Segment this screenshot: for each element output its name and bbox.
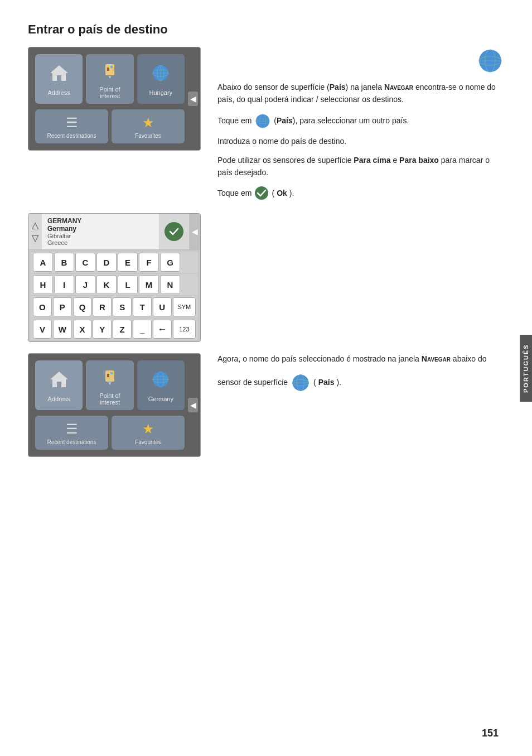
key-J[interactable]: J — [75, 275, 95, 294]
para1: Abaixo do sensor de superfície (País) na… — [217, 81, 504, 105]
key-SYM[interactable]: SYM — [173, 297, 196, 316]
key-I[interactable]: I — [54, 275, 74, 294]
nav-btn-poi-1[interactable]: ▼ Point ofinterest — [86, 54, 133, 104]
nav-btn-favourites-1[interactable]: ★ Favourites — [112, 109, 185, 143]
svg-rect-20 — [105, 370, 114, 382]
kb-row-2: H I J K L M N — [31, 274, 198, 295]
svg-text:▼: ▼ — [108, 75, 112, 80]
recent-label-1: Recent destinations — [47, 133, 96, 139]
kb-ok-btn[interactable] — [165, 222, 183, 241]
nav-btn-country-2[interactable]: Germany — [137, 360, 185, 410]
poi-label-2: Point ofinterest — [99, 392, 120, 406]
recent-label-2: Recent destinations — [47, 439, 96, 445]
country-list: GibraltarGreece — [47, 233, 153, 246]
kb-row-3: O P Q R S T U SYM — [31, 296, 198, 317]
globe-icon-inline-1 — [254, 112, 272, 130]
svg-rect-3 — [110, 66, 113, 68]
key-N[interactable]: N — [160, 275, 180, 294]
para-baixo-bold: Para baixo — [399, 156, 439, 165]
favourites-label-1: Favourites — [135, 133, 161, 139]
nav-scroll-btn-1[interactable]: ◀ — [188, 92, 198, 106]
key-S[interactable]: S — [113, 297, 132, 316]
kb-nav-arrows: △ ▽ — [28, 214, 42, 249]
key-C[interactable]: C — [75, 253, 95, 272]
key-A[interactable]: A — [33, 253, 53, 272]
keyboard-ui: △ ▽ GERMANY Germany GibraltarGreece — [28, 213, 201, 342]
key-U[interactable]: U — [153, 297, 172, 316]
svg-text:▼: ▼ — [108, 381, 112, 386]
right-col-1: Abaixo do sensor de superfície (País) na… — [217, 47, 504, 208]
poi-label-1: Point ofinterest — [99, 86, 120, 99]
svg-marker-0 — [50, 65, 68, 81]
right-col-2: Agora, o nome do país seleccionado é mos… — [217, 353, 504, 400]
nav-ui-1: Address ▼ — [28, 47, 201, 151]
navegar-label-2: Navegar — [422, 354, 451, 363]
key-T[interactable]: T — [133, 297, 152, 316]
kb-row-4: V W X Y Z _ ← 123 — [31, 319, 198, 340]
kb-down-arrow[interactable]: ▽ — [32, 233, 38, 243]
key-V[interactable]: V — [33, 320, 52, 339]
key-L[interactable]: L — [118, 275, 138, 294]
nav-btn-address-2[interactable]: Address — [35, 360, 83, 410]
key-E[interactable]: E — [118, 253, 138, 272]
page-title: Entrar o país de destino — [28, 22, 504, 37]
address-label-2: Address — [47, 396, 70, 402]
key-X[interactable]: X — [73, 320, 92, 339]
navegar-label-1: Navegar — [384, 83, 413, 92]
nav-btn-recent-1[interactable]: ☰ Recent destinations — [35, 109, 108, 143]
ok-bold: Ok — [277, 187, 287, 200]
key-Y[interactable]: Y — [93, 320, 112, 339]
key-G[interactable]: G — [160, 253, 180, 272]
key-W[interactable]: W — [53, 320, 72, 339]
kb-scroll-indicator: ◀ — [192, 227, 198, 236]
nav-btn-recent-2[interactable]: ☰ Recent destinations — [35, 416, 108, 450]
key-Q[interactable]: Q — [73, 297, 92, 316]
nav-ui-2: Address ▼ — [28, 353, 201, 457]
favourites-label-2: Favourites — [135, 439, 161, 445]
key-backspace[interactable]: ← — [153, 320, 172, 339]
nav-btn-poi-2[interactable]: ▼ Point ofinterest — [86, 360, 133, 410]
kb-display-area: GERMANY Germany GibraltarGreece — [42, 214, 159, 249]
para-cima-bold: Para cima — [354, 156, 390, 165]
key-R[interactable]: R — [93, 297, 112, 316]
svg-rect-1 — [105, 64, 114, 75]
globe-icon-inline-2 — [290, 372, 311, 393]
key-D[interactable]: D — [96, 253, 117, 272]
key-B[interactable]: B — [54, 253, 74, 272]
kb-row-1: A B C D E F G — [31, 252, 198, 273]
key-H[interactable]: H — [33, 275, 53, 294]
pais-bold-1: País — [330, 83, 346, 92]
key-P[interactable]: P — [53, 297, 72, 316]
para6: Agora, o nome do país seleccionado é mos… — [217, 353, 504, 365]
nav-btn-address-1[interactable]: Address — [35, 54, 83, 104]
kb-up-arrow[interactable]: △ — [32, 220, 38, 230]
country-sub: Germany — [47, 225, 153, 233]
country-label-2: Germany — [148, 396, 173, 402]
svg-rect-2 — [107, 68, 109, 71]
svg-point-18 — [255, 186, 268, 200]
country-main: GERMANY — [47, 217, 153, 225]
key-K[interactable]: K — [96, 275, 117, 294]
nav-btn-favourites-2[interactable]: ★ Favourites — [112, 416, 185, 450]
key-123[interactable]: 123 — [173, 320, 196, 339]
country-label-1: Hungary — [149, 89, 173, 96]
language-label: PORTUGUÊS — [520, 335, 532, 402]
key-M[interactable]: M — [139, 275, 159, 294]
para3: Introduza o nome do país de destino. — [217, 136, 504, 148]
nav-btn-country-1[interactable]: Hungary — [137, 54, 185, 104]
address-label-1: Address — [47, 89, 70, 96]
key-F[interactable]: F — [139, 253, 159, 272]
svg-rect-22 — [110, 372, 113, 374]
para4: Pode utilizar os sensores de superfície … — [217, 155, 504, 179]
pais-bold-3: País — [318, 377, 335, 389]
nav-scroll-btn-2[interactable]: ◀ — [188, 398, 198, 412]
para2: Toque em (País), para seleccionar um out… — [217, 112, 409, 130]
key-underscore[interactable]: _ — [133, 320, 152, 339]
key-Z[interactable]: Z — [113, 320, 132, 339]
ok-icon-inline — [254, 185, 269, 201]
key-O[interactable]: O — [33, 297, 52, 316]
para7: sensor de superfície (País). — [217, 372, 504, 393]
kb-check-area[interactable] — [159, 214, 189, 249]
svg-rect-21 — [107, 374, 109, 377]
para5: Toque em (Ok). — [217, 185, 504, 201]
